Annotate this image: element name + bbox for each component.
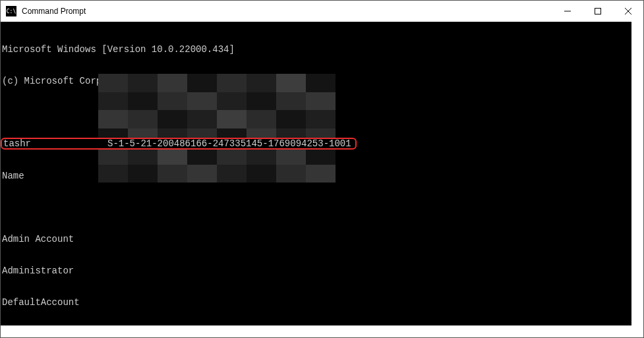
blank-line [2,107,631,118]
account-sid [107,266,631,276]
highlighted-row: tashrS-1-5-21-200486166-247335145-176909… [1,138,357,150]
titlebar[interactable]: C:\ Command Prompt [1,1,643,22]
minimize-icon [564,8,571,14]
highlight-name: tashr [3,139,107,148]
account-sid [107,234,631,244]
account-name: Guest [2,329,107,337]
maximize-button[interactable] [583,1,613,22]
account-sid [107,329,631,337]
highlight-sid: S-1-5-21-200486166-247335145-1769094253-… [107,138,351,149]
accounts-list: Admin Account Administrator DefaultAccou… [2,213,631,337]
window-controls [552,1,643,22]
table-row: DefaultAccount [2,297,631,308]
copyright-line: (c) Microsoft Corporation. All rights re… [2,76,631,86]
terminal-area[interactable]: Microsoft Windows [Version 10.0.22000.43… [1,22,643,337]
command-prompt-window: C:\ Command Prompt Microsoft Windows [Ve… [0,0,644,338]
table-row: Admin Account [2,234,631,244]
table-row: Administrator [2,266,631,276]
account-sid [107,297,631,308]
cmd-app-icon: C:\ [6,6,16,16]
account-name: Administrator [2,266,107,276]
header-name: Name [2,171,107,181]
redacted-overlay [98,74,336,183]
header-sid: SID [107,171,631,181]
table-row: Guest [2,329,631,337]
maximize-icon [595,8,601,14]
account-name: Admin Account [2,234,107,244]
column-headers: Name SID [2,171,631,181]
window-title: Command Prompt [22,7,86,16]
account-name: DefaultAccount [2,297,107,308]
version-line: Microsoft Windows [Version 10.0.22000.43… [2,44,631,55]
close-icon [625,8,631,14]
svg-rect-1 [595,9,601,14]
minimize-button[interactable] [552,1,583,22]
close-button[interactable] [613,1,643,22]
